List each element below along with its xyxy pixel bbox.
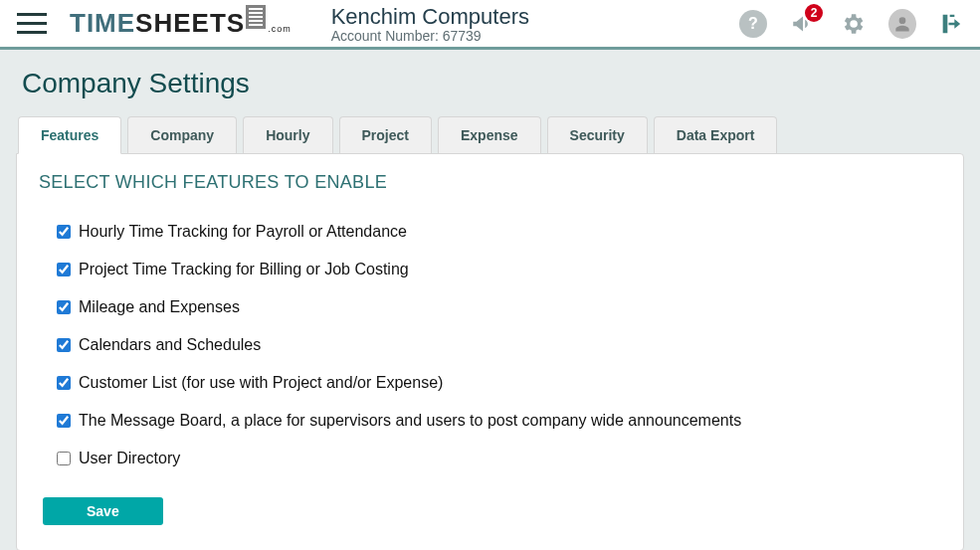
feature-label[interactable]: Mileage and Expenses xyxy=(79,298,240,316)
feature-label[interactable]: The Message Board, a place for superviso… xyxy=(79,412,741,430)
tab-data-export[interactable]: Data Export xyxy=(654,116,778,153)
tab-company[interactable]: Company xyxy=(127,116,237,153)
feature-list: Hourly Time Tracking for Payroll or Atte… xyxy=(39,223,941,467)
feature-label[interactable]: Project Time Tracking for Billing or Job… xyxy=(79,261,409,278)
announcements-icon[interactable]: 2 xyxy=(789,10,817,38)
feature-checkbox[interactable] xyxy=(57,300,71,314)
logo[interactable]: TIME SHEETS .com xyxy=(70,8,292,39)
account-number: Account Number: 67739 xyxy=(331,28,529,44)
app-header: TIME SHEETS .com Kenchim Computers Accou… xyxy=(0,0,980,50)
logo-suffix: .com xyxy=(268,24,292,34)
logout-icon[interactable] xyxy=(938,10,966,38)
feature-item: The Message Board, a place for superviso… xyxy=(57,412,941,430)
feature-item: Project Time Tracking for Billing or Job… xyxy=(57,261,941,278)
feature-item: Hourly Time Tracking for Payroll or Atte… xyxy=(57,223,941,241)
features-panel: SELECT WHICH FEATURES TO ENABLE Hourly T… xyxy=(16,153,964,550)
tabstrip: FeaturesCompanyHourlyProjectExpenseSecur… xyxy=(18,115,964,153)
page-title: Company Settings xyxy=(22,68,964,99)
tab-project[interactable]: Project xyxy=(339,116,432,153)
logo-clipboard-icon xyxy=(246,5,266,29)
feature-item: Customer List (for use with Project and/… xyxy=(57,374,941,392)
feature-label[interactable]: Hourly Time Tracking for Payroll or Atte… xyxy=(79,223,407,241)
tab-expense[interactable]: Expense xyxy=(438,116,541,153)
feature-label[interactable]: Customer List (for use with Project and/… xyxy=(79,374,443,392)
company-name: Kenchim Computers xyxy=(331,4,529,30)
feature-item: Mileage and Expenses xyxy=(57,298,941,316)
feature-checkbox[interactable] xyxy=(57,263,71,276)
feature-item: User Directory xyxy=(57,450,941,467)
feature-checkbox[interactable] xyxy=(57,414,71,428)
tab-hourly[interactable]: Hourly xyxy=(243,116,332,153)
menu-icon[interactable] xyxy=(12,4,52,44)
settings-icon[interactable] xyxy=(839,10,867,38)
feature-checkbox[interactable] xyxy=(57,225,71,239)
help-glyph: ? xyxy=(739,10,767,38)
tab-features[interactable]: Features xyxy=(18,116,121,154)
tab-security[interactable]: Security xyxy=(547,116,648,153)
notification-badge: 2 xyxy=(805,4,823,22)
logo-part1: TIME xyxy=(70,8,135,39)
feature-checkbox[interactable] xyxy=(57,376,71,390)
section-heading: SELECT WHICH FEATURES TO ENABLE xyxy=(39,172,941,193)
company-block: Kenchim Computers Account Number: 67739 xyxy=(331,4,529,44)
feature-checkbox[interactable] xyxy=(57,452,71,465)
logo-part2: SHEETS xyxy=(135,8,245,39)
feature-item: Calendars and Schedules xyxy=(57,336,941,354)
avatar-icon[interactable] xyxy=(888,10,916,38)
feature-checkbox[interactable] xyxy=(57,338,71,352)
help-icon[interactable]: ? xyxy=(739,10,767,38)
save-button[interactable]: Save xyxy=(43,497,163,525)
feature-label[interactable]: User Directory xyxy=(79,450,180,467)
page-body: Company Settings FeaturesCompanyHourlyPr… xyxy=(0,50,980,550)
feature-label[interactable]: Calendars and Schedules xyxy=(79,336,261,354)
header-icons: ? 2 xyxy=(739,10,966,38)
